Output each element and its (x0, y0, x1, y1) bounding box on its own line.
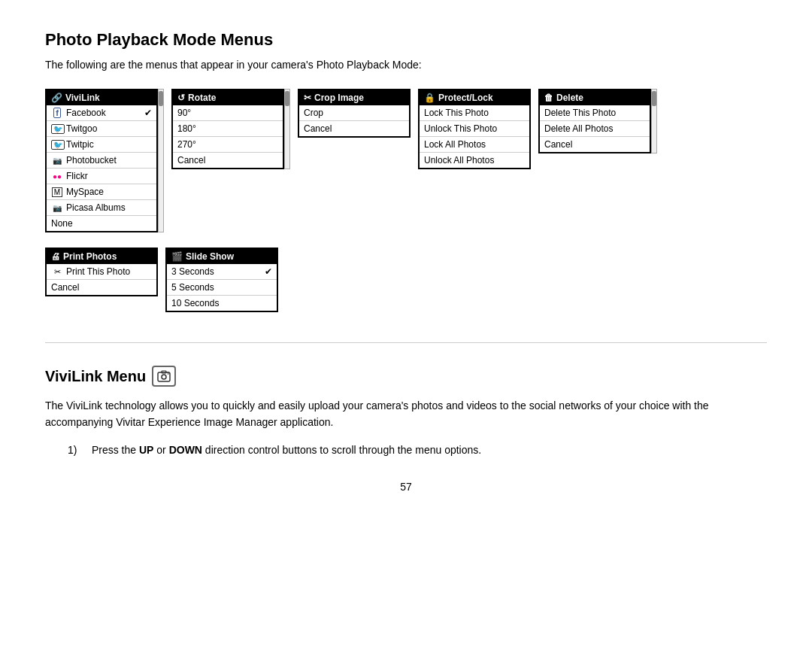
vivilink-heading: ViviLink Menu V (45, 366, 767, 387)
step-1-text-part2: or (153, 444, 168, 456)
menu-item-label-delete-1: Delete All Photos (544, 123, 613, 134)
menu-item-vivilink-7[interactable]: None (47, 216, 156, 231)
menu-item-delete-2[interactable]: Cancel (540, 137, 650, 152)
menu-panel-slide-show: 🎬Slide Show3 Seconds✔5 Seconds10 Seconds (165, 248, 278, 312)
cam-menu-print-photos: 🖨Print Photos✂Print This PhotoCancel (45, 248, 158, 296)
vivilink-svg-icon: V (156, 369, 171, 384)
menu-item-rotate-2[interactable]: 270° (173, 137, 283, 153)
menu-panel-vivilink: 🔗ViviLinkfFacebook✔🐦Twitgoo🐦Twitpic📷Phot… (45, 89, 164, 232)
menu-header-label-rotate: Rotate (188, 93, 216, 103)
menu-panel-delete: 🗑DeleteDelete This PhotoDelete All Photo… (538, 89, 657, 153)
menu-item-print-photos-1[interactable]: Cancel (47, 280, 156, 295)
menu-item-label-slide-show-1: 5 Seconds (171, 282, 214, 293)
menu-item-rotate-1[interactable]: 180° (173, 121, 283, 137)
menu-header-icon-crop-image: ✂ (304, 93, 311, 103)
menu-item-vivilink-3[interactable]: 📷Photobucket (47, 153, 156, 169)
menu-item-print-photos-0[interactable]: ✂Print This Photo (47, 264, 156, 280)
menu-item-slide-show-0[interactable]: 3 Seconds✔ (167, 264, 277, 280)
menu-header-icon-vivilink: 🔗 (51, 93, 62, 103)
menu-item-label-vivilink-5: MySpace (66, 187, 104, 197)
menu-header-print-photos: 🖨Print Photos (47, 249, 156, 264)
menu-item-slide-show-1[interactable]: 5 Seconds (167, 280, 277, 296)
menu-item-vivilink-5[interactable]: MMySpace (47, 184, 156, 200)
scrollbar-thumb-vivilink (159, 91, 163, 106)
menu-header-label-protect-lock: Protect/Lock (438, 93, 493, 103)
section-divider (45, 342, 767, 343)
menu-item-delete-1[interactable]: Delete All Photos (540, 121, 650, 137)
menu-item-label-vivilink-3: Photobucket (66, 155, 117, 166)
step-1-number: 1) (68, 444, 77, 456)
menu-item-protect-lock-1[interactable]: Unlock This Photo (420, 121, 529, 137)
menu-panel-print-photos: 🖨Print Photos✂Print This PhotoCancel (45, 248, 158, 296)
menu-header-label-print-photos: Print Photos (63, 251, 117, 262)
vivilink-body-1: The ViviLink technology allows you to qu… (45, 397, 767, 431)
menus-row-1: 🔗ViviLinkfFacebook✔🐦Twitgoo🐦Twitpic📷Phot… (45, 89, 767, 232)
menu-item-label-delete-0: Delete This Photo (544, 108, 616, 118)
menu-item-label-vivilink-6: Picasa Albums (66, 202, 126, 213)
menu-header-icon-delete: 🗑 (544, 93, 553, 103)
menu-item-delete-0[interactable]: Delete This Photo (540, 105, 650, 121)
svg-point-1 (162, 375, 166, 379)
menu-panel-protect-lock: 🔒Protect/LockLock This PhotoUnlock This … (418, 89, 531, 169)
menu-item-icon-vivilink-2: 🐦 (51, 139, 63, 150)
scrollbar-thumb-delete (652, 91, 656, 106)
menu-item-label-crop-image-1: Cancel (304, 123, 332, 134)
menu-header-delete: 🗑Delete (540, 90, 650, 105)
vivilink-icon: V (152, 366, 176, 387)
cam-menu-protect-lock: 🔒Protect/LockLock This PhotoUnlock This … (418, 89, 531, 169)
menu-item-label-vivilink-2: Twitpic (66, 139, 94, 150)
menu-item-label-vivilink-0: Facebook (66, 108, 106, 118)
menu-item-label-delete-2: Cancel (544, 139, 572, 150)
menus-row-2: 🖨Print Photos✂Print This PhotoCancel🎬Sli… (45, 248, 767, 312)
menu-item-icon-vivilink-5: M (51, 187, 63, 197)
menu-item-label-protect-lock-1: Unlock This Photo (424, 123, 497, 134)
menu-item-protect-lock-3[interactable]: Unlock All Photos (420, 153, 529, 168)
menu-header-slide-show: 🎬Slide Show (167, 249, 277, 264)
page-subtitle: The following are the menus that appear … (45, 59, 767, 71)
menu-item-crop-image-1[interactable]: Cancel (299, 121, 409, 136)
menu-item-icon-vivilink-1: 🐦 (51, 123, 63, 134)
menu-item-label-print-photos-1: Cancel (51, 282, 79, 293)
cam-menu-delete: 🗑DeleteDelete This PhotoDelete All Photo… (538, 89, 651, 153)
menu-item-rotate-0[interactable]: 90° (173, 105, 283, 121)
step-1-text-part3: direction control buttons to scroll thro… (202, 444, 481, 456)
scrollbar-rotate[interactable] (284, 89, 290, 169)
menu-header-protect-lock: 🔒Protect/Lock (420, 90, 529, 105)
menu-item-label-slide-show-2: 10 Seconds (171, 298, 219, 308)
menu-item-icon-vivilink-4: ●● (51, 171, 63, 181)
menu-header-vivilink: 🔗ViviLink (47, 90, 156, 105)
menu-item-check-vivilink-0: ✔ (144, 108, 152, 118)
menu-header-label-delete: Delete (556, 93, 583, 103)
menu-item-label-rotate-2: 270° (177, 139, 196, 150)
menu-item-icon-vivilink-0: f (51, 108, 63, 118)
menu-item-crop-image-0[interactable]: Crop (299, 105, 409, 121)
menu-panel-crop-image: ✂Crop ImageCropCancel (298, 89, 411, 138)
menu-item-label-print-photos-0: Print This Photo (66, 266, 130, 277)
step-1-bold1: UP (139, 444, 153, 456)
menu-header-label-vivilink: ViviLink (65, 93, 100, 103)
menu-item-label-protect-lock-0: Lock This Photo (424, 108, 489, 118)
menu-item-vivilink-1[interactable]: 🐦Twitgoo (47, 121, 156, 137)
menu-item-vivilink-4[interactable]: ●●Flickr (47, 169, 156, 184)
menu-item-vivilink-2[interactable]: 🐦Twitpic (47, 137, 156, 153)
menu-item-vivilink-6[interactable]: 📷Picasa Albums (47, 200, 156, 216)
menu-item-check-slide-show-0: ✔ (265, 266, 272, 277)
menu-item-protect-lock-0[interactable]: Lock This Photo (420, 105, 529, 121)
menu-header-icon-print-photos: 🖨 (51, 251, 60, 262)
menu-item-icon-print-photos-0: ✂ (51, 266, 63, 277)
menu-header-icon-protect-lock: 🔒 (424, 93, 435, 103)
scrollbar-delete[interactable] (651, 89, 657, 153)
menu-item-label-rotate-3: Cancel (177, 155, 205, 166)
menu-item-vivilink-0[interactable]: fFacebook✔ (47, 105, 156, 121)
menu-item-slide-show-2[interactable]: 10 Seconds (167, 296, 277, 311)
menu-item-rotate-3[interactable]: Cancel (173, 153, 283, 168)
menu-item-label-vivilink-7: None (51, 218, 73, 229)
step-1-text-part1: Press the (92, 444, 139, 456)
menu-item-protect-lock-2[interactable]: Lock All Photos (420, 137, 529, 153)
menu-header-label-slide-show: Slide Show (186, 251, 234, 262)
vivilink-heading-text: ViviLink Menu (45, 368, 146, 385)
menu-item-label-rotate-1: 180° (177, 123, 196, 134)
page-number: 57 (45, 481, 767, 493)
scrollbar-vivilink[interactable] (158, 89, 164, 232)
cam-menu-crop-image: ✂Crop ImageCropCancel (298, 89, 411, 138)
